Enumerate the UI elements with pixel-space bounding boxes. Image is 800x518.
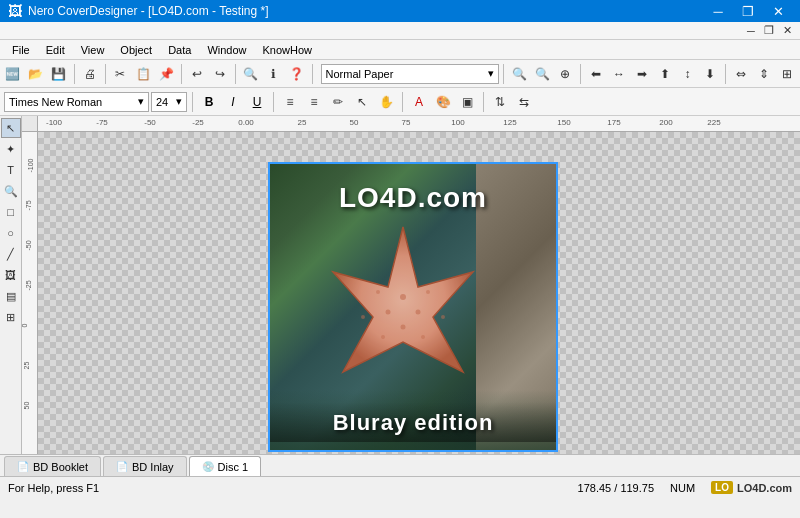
zoom-out-button[interactable]: 🔍 bbox=[531, 63, 553, 85]
left-ruler: -100 -75 -50 -25 0 25 50 bbox=[22, 132, 38, 454]
v-ruler-label-50: 50 bbox=[23, 402, 30, 410]
title-bar-controls: ─ ❐ ✕ bbox=[704, 0, 792, 22]
ruler-label-0: 0.00 bbox=[238, 118, 254, 127]
print-button[interactable]: 🖨 bbox=[79, 63, 101, 85]
tab-disc-1[interactable]: 💿 Disc 1 bbox=[189, 456, 262, 476]
menu-window[interactable]: Window bbox=[199, 40, 254, 60]
zoom-fit-button[interactable]: ⊕ bbox=[554, 63, 576, 85]
tab-disc-1-label: Disc 1 bbox=[218, 461, 249, 473]
size-button[interactable]: ⊞ bbox=[776, 63, 798, 85]
sub-minimize-button[interactable]: ─ bbox=[742, 22, 760, 40]
tab-bd-inlay[interactable]: 📄 BD Inlay bbox=[103, 456, 187, 476]
font-name-value: Times New Roman bbox=[9, 96, 102, 108]
bold-button[interactable]: B bbox=[198, 92, 220, 112]
menu-view[interactable]: View bbox=[73, 40, 113, 60]
underline-button[interactable]: U bbox=[246, 92, 268, 112]
canvas-background[interactable]: LO4D.com Bluray edition bbox=[38, 132, 800, 454]
canvas-content: -100 -75 -50 -25 0 25 50 bbox=[22, 132, 800, 454]
paste-button[interactable]: 📌 bbox=[155, 63, 177, 85]
status-bar: For Help, press F1 178.45 / 119.75 NUM L… bbox=[0, 476, 800, 498]
tab-disc-1-icon: 💿 bbox=[202, 461, 214, 472]
tool-select[interactable]: ↖ bbox=[1, 118, 21, 138]
cut-button[interactable]: ✂ bbox=[110, 63, 132, 85]
tool-rect[interactable]: □ bbox=[1, 202, 21, 222]
ruler-label-25: 25 bbox=[298, 118, 307, 127]
save-button[interactable]: 💾 bbox=[48, 63, 70, 85]
help-button[interactable]: ❓ bbox=[286, 63, 308, 85]
separator-2 bbox=[105, 64, 106, 84]
title-bar-left: 🖼 Nero CoverDesigner - [LO4D.com - Testi… bbox=[8, 3, 269, 19]
close-button[interactable]: ✕ bbox=[764, 0, 792, 22]
font-sep-3 bbox=[402, 92, 403, 112]
tool-image[interactable]: 🖼 bbox=[1, 265, 21, 285]
bg-color-button[interactable]: 🎨 bbox=[432, 91, 454, 113]
font-name-dropdown[interactable]: Times New Roman ▾ bbox=[4, 92, 149, 112]
main-area: ↖ ✦ T 🔍 □ ○ ╱ 🖼 ▤ ⊞ -100 -75 -50 -25 0.0… bbox=[0, 116, 800, 454]
tracking-button[interactable]: ⇆ bbox=[513, 91, 535, 113]
tab-bd-inlay-label: BD Inlay bbox=[132, 461, 174, 473]
tool-text[interactable]: T bbox=[1, 160, 21, 180]
sub-title-bar: ─ ❐ ✕ bbox=[0, 22, 800, 40]
align-bottom-button[interactable]: ⬇ bbox=[699, 63, 721, 85]
info-button[interactable]: ℹ bbox=[263, 63, 285, 85]
status-coordinates: 178.45 / 119.75 bbox=[578, 482, 654, 494]
text-left-button[interactable]: ≡ bbox=[279, 91, 301, 113]
open-button[interactable]: 📂 bbox=[25, 63, 47, 85]
tool-barcode[interactable]: ▤ bbox=[1, 286, 21, 306]
separator-5 bbox=[312, 64, 313, 84]
spacing-button[interactable]: ⇅ bbox=[489, 91, 511, 113]
tool-node[interactable]: ✦ bbox=[1, 139, 21, 159]
tool-object[interactable]: ⊞ bbox=[1, 307, 21, 327]
copy-button[interactable]: 📋 bbox=[132, 63, 154, 85]
align-top-button[interactable]: ⬆ bbox=[654, 63, 676, 85]
tool-ellipse[interactable]: ○ bbox=[1, 223, 21, 243]
ruler-label-minus100: -100 bbox=[46, 118, 62, 127]
app-icon: 🖼 bbox=[8, 3, 22, 19]
redo-button[interactable]: ↪ bbox=[209, 63, 231, 85]
status-right: 178.45 / 119.75 NUM LO LO4D.com bbox=[578, 481, 792, 494]
restore-button[interactable]: ❐ bbox=[734, 0, 762, 22]
distribute-h-button[interactable]: ⇔ bbox=[730, 63, 752, 85]
cursor-tool-button[interactable]: ↖ bbox=[351, 91, 373, 113]
move-tool-button[interactable]: ✋ bbox=[375, 91, 397, 113]
align-middle-button[interactable]: ↕ bbox=[677, 63, 699, 85]
toolbar-main: 🆕 📂 💾 🖨 ✂ 📋 📌 ↩ ↪ 🔍 ℹ ❓ Normal Paper ▾ 🔍… bbox=[0, 60, 800, 88]
tool-zoom[interactable]: 🔍 bbox=[1, 181, 21, 201]
align-right-button[interactable]: ➡ bbox=[631, 63, 653, 85]
menu-knowhow[interactable]: KnowHow bbox=[255, 40, 321, 60]
separator-1 bbox=[74, 64, 75, 84]
draw-tool-button[interactable]: ✏ bbox=[327, 91, 349, 113]
tab-bd-booklet[interactable]: 📄 BD Booklet bbox=[4, 456, 101, 476]
font-sep-2 bbox=[273, 92, 274, 112]
svg-point-2 bbox=[386, 310, 391, 315]
border-button[interactable]: ▣ bbox=[456, 91, 478, 113]
menu-file[interactable]: File bbox=[4, 40, 38, 60]
zoom-in-button[interactable]: 🔍 bbox=[508, 63, 530, 85]
ruler-label-150: 150 bbox=[557, 118, 570, 127]
v-ruler-label-minus100: -100 bbox=[27, 158, 34, 172]
bottom-overlay: Bluray edition bbox=[270, 402, 556, 442]
logo-icon: LO bbox=[711, 481, 733, 494]
paper-dropdown[interactable]: Normal Paper ▾ bbox=[321, 64, 500, 84]
distribute-v-button[interactable]: ⇕ bbox=[753, 63, 775, 85]
find-button[interactable]: 🔍 bbox=[240, 63, 262, 85]
separator-6 bbox=[503, 64, 504, 84]
status-num-lock: NUM bbox=[670, 482, 695, 494]
menu-object[interactable]: Object bbox=[112, 40, 160, 60]
text-right-button[interactable]: ≡ bbox=[303, 91, 325, 113]
color-button[interactable]: A bbox=[408, 91, 430, 113]
italic-button[interactable]: I bbox=[222, 92, 244, 112]
canvas-document[interactable]: LO4D.com Bluray edition bbox=[268, 162, 558, 452]
minimize-button[interactable]: ─ bbox=[704, 0, 732, 22]
align-center-button[interactable]: ↔ bbox=[608, 63, 630, 85]
undo-button[interactable]: ↩ bbox=[186, 63, 208, 85]
align-left-button[interactable]: ⬅ bbox=[585, 63, 607, 85]
sub-restore-button[interactable]: ❐ bbox=[760, 22, 778, 40]
ruler-label-50: 50 bbox=[350, 118, 359, 127]
menu-edit[interactable]: Edit bbox=[38, 40, 73, 60]
menu-data[interactable]: Data bbox=[160, 40, 199, 60]
sub-close-button[interactable]: ✕ bbox=[778, 22, 796, 40]
font-size-input[interactable]: 24 ▾ bbox=[151, 92, 187, 112]
tool-line[interactable]: ╱ bbox=[1, 244, 21, 264]
new-button[interactable]: 🆕 bbox=[2, 63, 24, 85]
